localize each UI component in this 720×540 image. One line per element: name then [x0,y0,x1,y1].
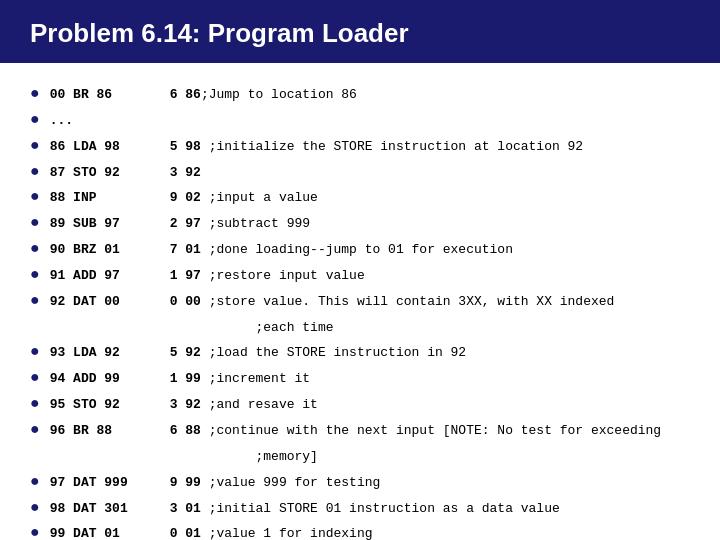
list-item: ● 96 BR 88 6 88 ;continue with the next … [30,417,690,441]
list-item: ● 00 BR 86 6 86;Jump to location 86 [30,81,690,105]
list-item: ● ;each time [30,314,690,338]
bullet-icon: ● [30,210,40,233]
list-item: ● 90 BRZ 01 7 01 ;done loading--jump to … [30,236,690,260]
list-item: ● 86 LDA 98 5 98 ;initialize the STORE i… [30,133,690,157]
list-item: ● 98 DAT 301 3 01 ;initial STORE 01 inst… [30,495,690,519]
bullet-icon: ● [30,339,40,362]
comment-text: 0 00 ;store value. This will contain 3XX… [170,293,615,312]
comment-text: 1 99 ;increment it [170,370,310,389]
title-bar: Problem 6.14: Program Loader [0,0,720,63]
code-text: 87 STO 92 [50,164,170,183]
slide-title: Problem 6.14: Program Loader [30,18,409,49]
bullet-icon: ● [30,133,40,156]
code-text: 94 ADD 99 [50,370,170,389]
list-item: ● 91 ADD 97 1 97 ;restore input value [30,262,690,286]
bullet-icon: ● [30,391,40,414]
code-text: 97 DAT 999 [50,474,170,493]
code-text: 91 ADD 97 [50,267,170,286]
bullet-icon: ● [30,262,40,285]
code-text: 95 STO 92 [50,396,170,415]
list-item: ● 93 LDA 92 5 92 ;load the STORE instruc… [30,339,690,363]
bullet-icon: ● [30,520,40,540]
comment-text: 5 92 ;load the STORE instruction in 92 [170,344,466,363]
content-area: ● 00 BR 86 6 86;Jump to location 86 ● ..… [0,63,720,540]
code-text: 98 DAT 301 [50,500,170,519]
list-item: ● 87 STO 92 3 92 [30,159,690,183]
bullet-icon: ● [30,107,40,130]
list-item: ● 95 STO 92 3 92 ;and resave it [30,391,690,415]
code-text: 90 BRZ 01 [50,241,170,260]
bullet-icon: ● [30,81,40,104]
bullet-icon: ● [30,469,40,492]
bullet-icon: ● [30,495,40,518]
comment-text: 3 92 [170,164,201,183]
list-item: ● 99 DAT 01 0 01 ;value 1 for indexing [30,520,690,540]
list-item: ● ;memory] [30,443,690,467]
bullet-icon: ● [30,159,40,182]
comment-text: ;each time [170,319,334,338]
code-text: 00 BR 86 [50,86,170,105]
comment-text: 7 01 ;done loading--jump to 01 for execu… [170,241,513,260]
comment-text: 0 01 ;value 1 for indexing [170,525,373,540]
comment-text: 5 98 ;initialize the STORE instruction a… [170,138,583,157]
list-item: ● 92 DAT 00 0 00 ;store value. This will… [30,288,690,312]
comment-text: 3 92 ;and resave it [170,396,318,415]
comment-text: 9 02 ;input a value [170,189,318,208]
code-text: 89 SUB 97 [50,215,170,234]
code-text: 93 LDA 92 [50,344,170,363]
comment-text: 6 88 ;continue with the next input [NOTE… [170,422,662,441]
comment-text: 1 97 ;restore input value [170,267,365,286]
bullet-icon: ● [30,417,40,440]
bullet-icon: ● [30,184,40,207]
code-text: 86 LDA 98 [50,138,170,157]
code-text: 92 DAT 00 [50,293,170,312]
comment-text: 9 99 ;value 999 for testing [170,474,381,493]
list-item: ● 88 INP 9 02 ;input a value [30,184,690,208]
bullet-icon: ● [30,288,40,311]
list-item: ● 89 SUB 97 2 97 ;subtract 999 [30,210,690,234]
list-item: ● ... [30,107,690,131]
comment-text: 2 97 ;subtract 999 [170,215,310,234]
code-text: 96 BR 88 [50,422,170,441]
code-text: 88 INP [50,189,170,208]
list-item: ● 94 ADD 99 1 99 ;increment it [30,365,690,389]
comment-text: 3 01 ;initial STORE 01 instruction as a … [170,500,560,519]
comment-text: ;memory] [170,448,318,467]
code-text: 99 DAT 01 [50,525,170,540]
comment-text: 6 86;Jump to location 86 [170,86,357,105]
code-text: ... [50,112,170,131]
bullet-icon: ● [30,236,40,259]
list-item: ● 97 DAT 999 9 99 ;value 999 for testing [30,469,690,493]
slide: Problem 6.14: Program Loader ● 00 BR 86 … [0,0,720,540]
bullet-icon: ● [30,365,40,388]
